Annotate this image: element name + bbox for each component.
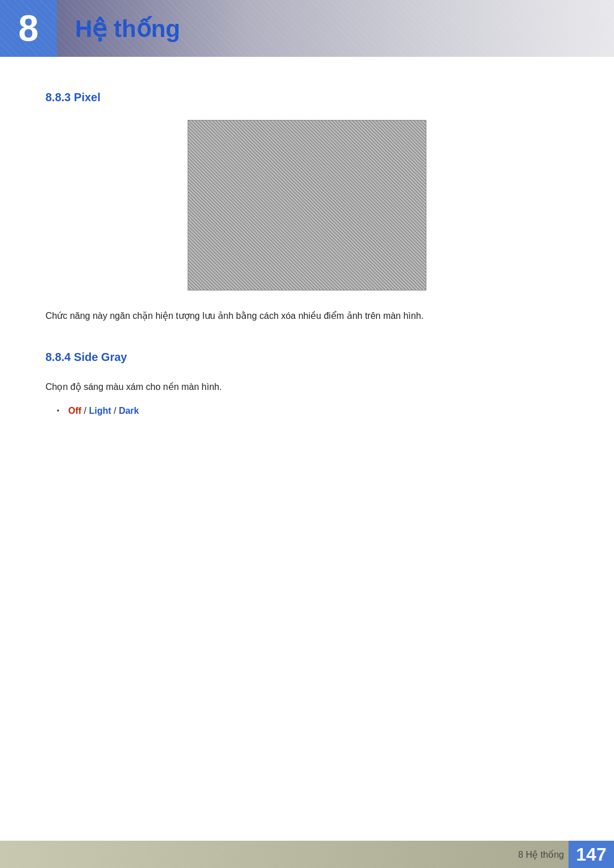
chapter-number: 8 — [18, 10, 39, 47]
footer-page-number: 147 — [576, 844, 606, 865]
pixel-description: Chức năng này ngăn chặn hiện tượng lưu ả… — [45, 309, 569, 323]
footer-page-block: 147 — [569, 841, 614, 868]
separator-1: / — [81, 406, 89, 416]
section-884-heading: 8.8.4 Side Gray — [45, 351, 569, 364]
option-light: Light — [89, 406, 111, 416]
section-884: 8.8.4 Side Gray Chọn độ sáng màu xám cho… — [45, 351, 569, 420]
side-gray-description: Chọn độ sáng màu xám cho nền màn hình. — [45, 380, 569, 394]
option-dark: Dark — [119, 406, 139, 416]
header-bar: 8 Hệ thống — [0, 0, 614, 57]
chapter-title: Hệ thống — [75, 15, 180, 43]
footer: 8 Hệ thống 147 — [0, 841, 614, 868]
options-list-item: Off / Light / Dark — [57, 403, 569, 420]
section-883-heading: 8.8.3 Pixel — [45, 91, 569, 104]
section-883: 8.8.3 Pixel Chức năng này ngăn chặn hiện… — [45, 91, 569, 323]
pixel-image — [188, 120, 426, 290]
main-content: 8.8.3 Pixel Chức năng này ngăn chặn hiện… — [0, 57, 614, 465]
chapter-number-block: 8 — [0, 0, 57, 57]
options-list: Off / Light / Dark — [45, 403, 569, 420]
option-off: Off — [68, 406, 81, 416]
footer-chapter-ref: 8 Hệ thống — [518, 849, 569, 860]
pixel-image-container — [45, 120, 569, 290]
separator-2: / — [111, 406, 119, 416]
